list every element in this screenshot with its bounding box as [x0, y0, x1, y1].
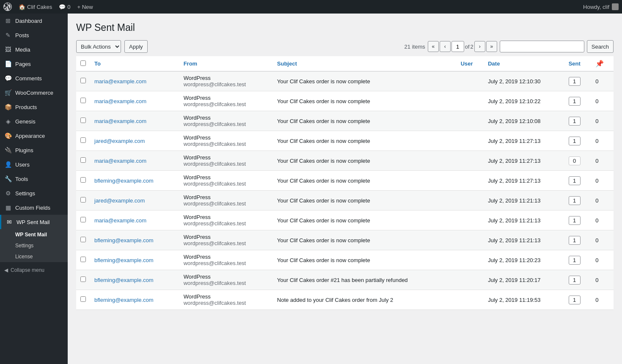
cell-user [457, 191, 484, 211]
submenu-wp-sent-mail[interactable]: WP Sent Mail [0, 229, 68, 240]
comment-icon: 💬 [59, 4, 66, 10]
last-page-btn[interactable]: » [486, 41, 497, 52]
col-date[interactable]: Date [484, 56, 564, 71]
cell-to: jared@example.com [90, 131, 179, 151]
sent-badge: 1 [569, 216, 581, 225]
row-checkbox[interactable] [80, 177, 86, 183]
cell-date: July 2, 2019 11:19:53 [484, 290, 564, 310]
row-checkbox[interactable] [80, 276, 86, 282]
cell-user [457, 230, 484, 250]
cell-sent: 1 [564, 91, 592, 111]
sidebar-item-comments[interactable]: 💬 Comments [0, 71, 68, 85]
submenu-settings[interactable]: Settings [0, 240, 68, 251]
cell-from: WordPresswordpress@clifcakes.test [179, 91, 273, 111]
cell-pin: 0 [591, 131, 614, 151]
sidebar-item-woocommerce[interactable]: 🛒 WooCommerce [0, 85, 68, 100]
next-page-btn[interactable]: › [474, 41, 485, 52]
sent-badge: 1 [569, 256, 581, 265]
row-checkbox[interactable] [80, 98, 86, 103]
sidebar-item-custom-fields[interactable]: ▦ Custom Fields [0, 200, 68, 215]
cell-from: WordPresswordpress@clifcakes.test [179, 151, 273, 171]
admin-bar: 🏠 Clif Cakes 💬 0 + New Howdy, clif [0, 0, 622, 14]
sidebar-item-media[interactable]: 🖼 Media [0, 42, 68, 57]
cell-to: maria@example.com [90, 151, 179, 171]
sidebar-item-posts[interactable]: ✎ Posts [0, 28, 68, 42]
row-checkbox[interactable] [80, 78, 86, 83]
search-button[interactable]: Search [587, 40, 614, 53]
table-row: bfleming@example.comWordPresswordpress@c… [76, 171, 614, 191]
cell-user [457, 171, 484, 191]
sidebar-item-dashboard[interactable]: ⊞ Dashboard [0, 14, 68, 28]
sidebar-item-plugins[interactable]: 🔌 Plugins [0, 143, 68, 157]
sent-badge: 1 [569, 137, 581, 145]
sidebar-item-wp-sent-mail[interactable]: ✉ WP Sent Mail [0, 215, 68, 229]
sidebar-item-genesis[interactable]: ◈ Genesis [0, 114, 68, 129]
cell-user [457, 131, 484, 151]
sent-badge: 0 [569, 156, 581, 165]
row-checkbox[interactable] [80, 237, 86, 242]
row-checkbox[interactable] [80, 257, 86, 262]
row-checkbox[interactable] [80, 118, 86, 123]
sent-badge: 1 [569, 77, 581, 86]
cell-sent: 1 [564, 111, 592, 131]
sidebar-item-appearance[interactable]: 🎨 Appearance [0, 129, 68, 143]
site-name[interactable]: 🏠 Clif Cakes [19, 4, 52, 10]
cell-to: jared@example.com [90, 191, 179, 211]
cell-subject: Your Clif Cakes order is now complete [273, 131, 457, 151]
col-subject[interactable]: Subject [273, 56, 457, 71]
select-all-checkbox[interactable] [80, 60, 86, 66]
toolbar: Bulk Actions Apply 21 items « ‹ of 2 › »… [76, 40, 614, 53]
sidebar-item-pages[interactable]: 📄 Pages [0, 57, 68, 71]
sidebar-item-products[interactable]: 📦 Products [0, 100, 68, 114]
avatar [612, 3, 619, 10]
sidebar-item-settings[interactable]: ⚙ Settings [0, 186, 68, 200]
row-checkbox[interactable] [80, 296, 86, 302]
select-all-th [76, 56, 90, 71]
cell-subject: Your Clif Cakes order is now complete [273, 71, 457, 91]
page-input[interactable] [451, 41, 464, 52]
first-page-btn[interactable]: « [428, 41, 439, 52]
tools-icon: 🔧 [4, 175, 12, 183]
row-checkbox[interactable] [80, 217, 86, 222]
col-to[interactable]: To [90, 56, 179, 71]
row-checkbox[interactable] [80, 197, 86, 203]
cell-date: July 2, 2019 12:10:22 [484, 91, 564, 111]
row-checkbox[interactable] [80, 157, 86, 163]
products-icon: 📦 [4, 103, 12, 111]
collapse-menu-btn[interactable]: ◀ Collapse menu [0, 264, 68, 276]
bulk-actions-select[interactable]: Bulk Actions [76, 40, 121, 53]
submenu-license[interactable]: License [0, 251, 68, 262]
collapse-icon: ◀ [4, 267, 8, 273]
woocommerce-icon: 🛒 [4, 89, 12, 96]
cell-sent: 1 [564, 250, 592, 270]
cell-sent: 1 [564, 290, 592, 310]
cell-user [457, 270, 484, 290]
new-bar-btn[interactable]: + New [77, 4, 93, 10]
col-sent[interactable]: Sent [564, 56, 592, 71]
cell-date: July 2, 2019 11:27:13 [484, 151, 564, 171]
row-checkbox[interactable] [80, 137, 86, 143]
sidebar: ⊞ Dashboard ✎ Posts 🖼 Media 📄 Pages 💬 Co… [0, 14, 68, 364]
sent-badge: 1 [569, 236, 581, 245]
table-row: bfleming@example.comWordPresswordpress@c… [76, 250, 614, 270]
col-user[interactable]: User [457, 56, 484, 71]
search-input[interactable] [500, 41, 584, 52]
apply-button[interactable]: Apply [124, 40, 148, 53]
wp-sent-mail-icon: ✉ [6, 218, 13, 226]
cell-sent: 1 [564, 71, 592, 91]
cell-pin: 0 [591, 191, 614, 211]
settings-icon: ⚙ [4, 189, 12, 197]
sidebar-item-tools[interactable]: 🔧 Tools [0, 172, 68, 186]
cell-to: maria@example.com [90, 211, 179, 230]
cell-to: bfleming@example.com [90, 290, 179, 310]
sidebar-item-users[interactable]: 👤 Users [0, 157, 68, 172]
cell-to: bfleming@example.com [90, 230, 179, 250]
col-from[interactable]: From [179, 56, 273, 71]
prev-page-btn[interactable]: ‹ [440, 41, 451, 52]
comments-bar-btn[interactable]: 💬 0 [59, 4, 70, 10]
cell-date: July 2, 2019 12:10:08 [484, 111, 564, 131]
table-row: maria@example.comWordPresswordpress@clif… [76, 211, 614, 230]
cell-to: maria@example.com [90, 111, 179, 131]
page-title: WP Sent Mail [76, 22, 614, 33]
cell-user [457, 250, 484, 270]
